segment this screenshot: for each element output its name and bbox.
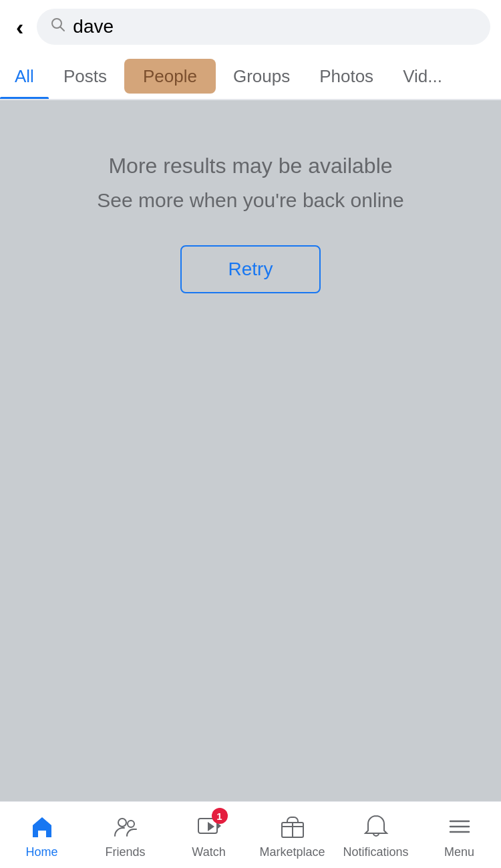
nav-item-watch[interactable]: 1 Watch [167, 811, 251, 859]
nav-label-menu: Menu [444, 845, 474, 859]
tab-people[interactable]: People [124, 59, 216, 94]
search-bar [37, 9, 490, 45]
offline-message: More results may be available See more w… [70, 154, 430, 293]
tab-groups[interactable]: Groups [218, 53, 305, 99]
tabs-bar: All Posts People Groups Photos Vid... [0, 53, 501, 100]
nav-label-home: Home [25, 845, 57, 859]
nav-label-watch: Watch [192, 845, 225, 859]
main-content: More results may be available See more w… [0, 100, 501, 801]
nav-item-notifications[interactable]: Notifications [334, 811, 418, 859]
svg-point-3 [128, 821, 134, 827]
notifications-icon [360, 811, 392, 843]
bottom-nav: Home Friends 1 Watch [0, 801, 501, 868]
nav-item-home[interactable]: Home [0, 811, 84, 859]
offline-title: More results may be available [97, 154, 403, 178]
nav-item-menu[interactable]: Menu [418, 811, 501, 859]
nav-item-friends[interactable]: Friends [84, 811, 167, 859]
search-input[interactable] [73, 16, 477, 37]
nav-label-marketplace: Marketplace [259, 845, 325, 859]
watch-icon: 1 [193, 811, 225, 843]
svg-line-1 [61, 27, 65, 31]
back-button[interactable]: ‹ [11, 13, 29, 41]
tab-all[interactable]: All [0, 53, 49, 99]
header: ‹ [0, 0, 501, 53]
nav-item-marketplace[interactable]: Marketplace [251, 811, 334, 859]
nav-label-notifications: Notifications [343, 845, 408, 859]
nav-label-friends: Friends [105, 845, 145, 859]
retry-button[interactable]: Retry [180, 245, 321, 293]
svg-marker-6 [208, 822, 214, 831]
menu-icon [444, 811, 476, 843]
search-icon [50, 17, 66, 37]
friends-icon [110, 811, 142, 843]
offline-subtitle: See more when you're back online [97, 189, 403, 212]
home-icon [26, 811, 58, 843]
marketplace-icon [277, 811, 309, 843]
tab-photos[interactable]: Photos [305, 53, 388, 99]
tab-posts[interactable]: Posts [49, 53, 122, 99]
watch-badge: 1 [212, 808, 228, 824]
svg-point-2 [118, 819, 126, 827]
tab-videos[interactable]: Vid... [388, 53, 457, 99]
